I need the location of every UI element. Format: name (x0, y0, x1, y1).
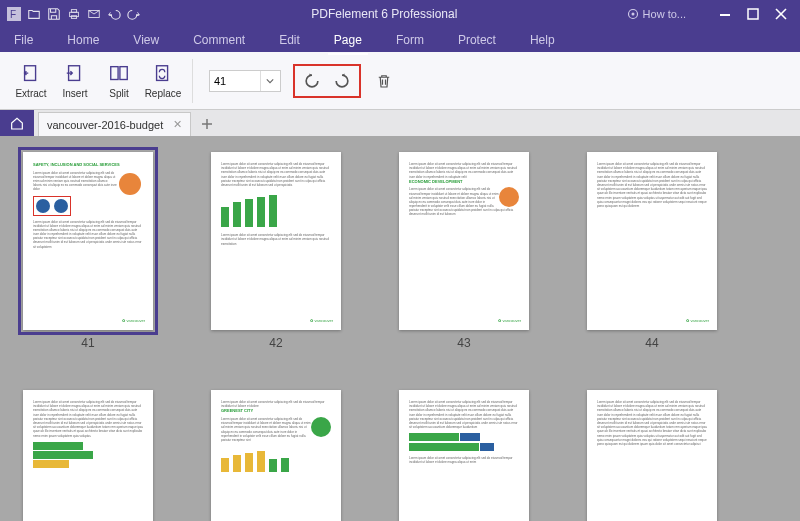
plus-icon (201, 118, 213, 130)
menu-help[interactable]: Help (528, 29, 557, 51)
thumbnail-label: 42 (269, 336, 282, 350)
thumbnail-grid: SAFETY, INCLUSION AND SOCIAL SERVICES Lo… (18, 152, 782, 521)
page-thumbnail[interactable]: Lorem ipsum dolor sit amet consectetur a… (399, 390, 529, 521)
home-tab-button[interactable] (0, 110, 34, 136)
svg-text:F: F (10, 9, 16, 20)
thumbnail-item[interactable]: Lorem ipsum dolor sit amet consectetur a… (206, 152, 346, 350)
svg-rect-14 (111, 67, 118, 80)
thumbnail-item[interactable]: SAFETY, INCLUSION AND SOCIAL SERVICES Lo… (18, 152, 158, 350)
insert-icon (63, 62, 87, 86)
menu-comment[interactable]: Comment (191, 29, 247, 51)
svg-rect-15 (120, 67, 127, 80)
add-tab-button[interactable] (195, 112, 219, 136)
thumbnail-item[interactable]: Lorem ipsum dolor sit amet consectetur a… (394, 390, 534, 521)
split-button[interactable]: Split (98, 62, 140, 99)
thumbnail-label: 43 (457, 336, 470, 350)
close-tab-icon[interactable]: ✕ (173, 118, 182, 131)
insert-label: Insert (62, 88, 87, 99)
thumbnail-item[interactable]: Lorem ipsum dolor sit amet consectetur a… (582, 390, 722, 521)
thumbnail-label: 44 (645, 336, 658, 350)
thumbnail-item[interactable]: Lorem ipsum dolor sit amet consectetur a… (394, 152, 534, 350)
title-bar-right: How to... (627, 4, 800, 24)
thumbnail-item[interactable]: Lorem ipsum dolor sit amet consectetur a… (18, 390, 158, 521)
page-thumbnail[interactable]: SAFETY, INCLUSION AND SOCIAL SERVICES Lo… (23, 152, 153, 330)
extract-label: Extract (15, 88, 46, 99)
trash-icon (375, 72, 393, 90)
replace-button[interactable]: Replace (142, 62, 184, 99)
replace-label: Replace (145, 88, 182, 99)
menu-view[interactable]: View (131, 29, 161, 51)
undo-icon[interactable] (106, 6, 122, 22)
extract-button[interactable]: Extract (10, 62, 52, 99)
menu-home[interactable]: Home (65, 29, 101, 51)
page-thumbnail[interactable]: Lorem ipsum dolor sit amet consectetur a… (211, 152, 341, 330)
ribbon-divider (192, 59, 193, 103)
page-thumbnail[interactable]: Lorem ipsum dolor sit amet consectetur a… (399, 152, 529, 330)
insert-button[interactable]: Insert (54, 62, 96, 99)
menu-page[interactable]: Page (332, 29, 364, 51)
rotate-left-icon (302, 71, 322, 91)
split-label: Split (109, 88, 128, 99)
email-icon[interactable] (86, 6, 102, 22)
app-logo-icon[interactable]: F (6, 6, 22, 22)
menu-form[interactable]: Form (394, 29, 426, 51)
delete-page-button[interactable] (373, 70, 395, 92)
page-thumbnail[interactable]: Lorem ipsum dolor sit amet consectetur a… (211, 390, 341, 521)
page-number-input[interactable] (210, 73, 260, 89)
svg-rect-3 (71, 10, 76, 13)
print-icon[interactable] (66, 6, 82, 22)
menu-edit[interactable]: Edit (277, 29, 302, 51)
page-thumbnail[interactable]: Lorem ipsum dolor sit amet consectetur a… (587, 152, 717, 330)
home-icon (9, 115, 25, 131)
document-tab-label: vancouver-2016-budget (47, 119, 163, 131)
page-thumbnail[interactable]: Lorem ipsum dolor sit amet consectetur a… (587, 390, 717, 521)
app-title: PDFelement 6 Professional (142, 7, 627, 21)
redo-icon[interactable] (126, 6, 142, 22)
page-thumbnail[interactable]: Lorem ipsum dolor sit amet consectetur a… (23, 390, 153, 521)
minimize-button[interactable] (712, 4, 738, 24)
rotate-left-button[interactable] (301, 70, 323, 92)
how-to-link[interactable]: How to... (627, 8, 686, 20)
page-number-dropdown-icon[interactable] (260, 71, 278, 91)
save-icon[interactable] (46, 6, 62, 22)
quick-access-toolbar: F (0, 6, 142, 22)
page-number-field[interactable] (209, 70, 281, 92)
thumbnail-item[interactable]: Lorem ipsum dolor sit amet consectetur a… (206, 390, 346, 521)
replace-icon (151, 62, 175, 86)
rotate-right-button[interactable] (331, 70, 353, 92)
page-thumbnail-area[interactable]: SAFETY, INCLUSION AND SOCIAL SERVICES Lo… (0, 136, 800, 521)
close-button[interactable] (768, 4, 794, 24)
help-location-icon (627, 8, 639, 20)
menu-file[interactable]: File (12, 29, 35, 51)
split-icon (107, 62, 131, 86)
document-tab[interactable]: vancouver-2016-budget ✕ (38, 112, 191, 136)
menu-bar: File Home View Comment Edit Page Form Pr… (0, 28, 800, 52)
how-to-label: How to... (643, 8, 686, 20)
rotate-right-icon (332, 71, 352, 91)
extract-icon (19, 62, 43, 86)
title-bar: F PDFelement 6 Professional How to... (0, 0, 800, 28)
thumbnail-item[interactable]: Lorem ipsum dolor sit amet consectetur a… (582, 152, 722, 350)
open-icon[interactable] (26, 6, 42, 22)
document-tab-bar: vancouver-2016-budget ✕ (0, 110, 800, 136)
ribbon-toolbar: Extract Insert Split Replace (0, 52, 800, 110)
thumbnail-label: 41 (81, 336, 94, 350)
menu-protect[interactable]: Protect (456, 29, 498, 51)
svg-rect-9 (748, 9, 758, 19)
maximize-button[interactable] (740, 4, 766, 24)
rotate-button-group (293, 64, 361, 98)
svg-point-7 (631, 13, 634, 16)
